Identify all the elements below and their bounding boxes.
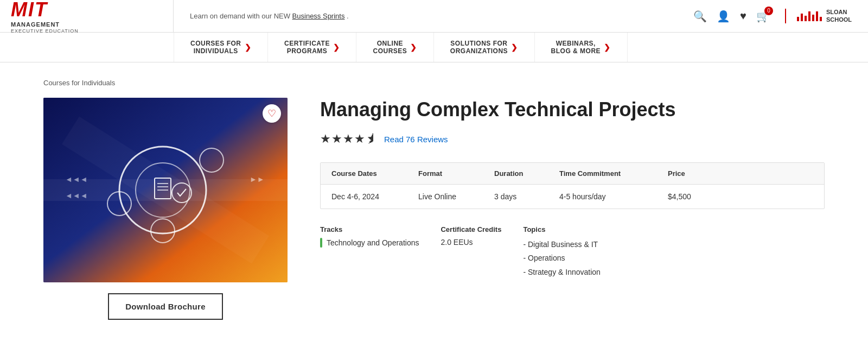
mit-logo: M I T MANAGEMENT EXECUTIVE EDUCATION (11, 0, 79, 34)
nav-item-webinars[interactable]: WEBINARS, BLOG & MORE ❯ (535, 33, 628, 62)
td-dates: Dec 4-6, 2024 (331, 192, 418, 201)
download-brochure-button[interactable]: Download Brochure (108, 293, 223, 320)
user-icon[interactable]: 👤 (717, 10, 730, 23)
table-header: Course Dates Format Duration Time Commit… (321, 163, 824, 185)
topics-section: Topics - Digital Business & IT - Operati… (523, 225, 600, 279)
breadcrumb: Courses for Individuals (43, 79, 825, 87)
promo-link[interactable]: Business Sprints (292, 12, 345, 20)
topic-1: - Digital Business & IT (523, 238, 600, 251)
search-icon[interactable]: 🔍 (693, 10, 707, 23)
svg-text:◄◄◄: ◄◄◄ (65, 191, 88, 200)
track-item: Technology and Operations (320, 238, 419, 248)
tracks-label: Tracks (320, 225, 419, 233)
logo-area: M I T MANAGEMENT EXECUTIVE EDUCATION (0, 0, 174, 32)
star-half: ⯨ (366, 132, 378, 146)
reviews-link[interactable]: Read 76 Reviews (384, 135, 448, 144)
course-layout: ◄◄◄ ◄◄◄ ►► ♡ Download Brochure Managing … (43, 98, 825, 320)
nav-label-webinars: WEBINARS, BLOG & MORE (551, 40, 601, 55)
svg-text:◄◄◄: ◄◄◄ (65, 175, 88, 184)
favorites-icon[interactable]: ♥ (740, 10, 746, 22)
credits-label: Certificate Credits (441, 225, 501, 233)
th-duration: Duration (494, 169, 559, 178)
track-value: Technology and Operations (327, 238, 419, 247)
td-time: 4-5 hours/day (559, 192, 668, 201)
promo-suffix: . (347, 12, 349, 20)
course-image-svg: ◄◄◄ ◄◄◄ ►► (43, 98, 288, 282)
course-title: Managing Complex Technical Projects (320, 98, 825, 121)
sloan-text: SLOAN SCHOOL (826, 9, 852, 23)
td-duration: 3 days (494, 192, 559, 201)
track-indicator (320, 238, 322, 248)
sloan-bars-icon (797, 11, 822, 21)
nav-bar: COURSES FOR INDIVIDUALS ❯ CERTIFICATE PR… (0, 33, 868, 62)
nav-item-certificate[interactable]: CERTIFICATE PROGRAMS ❯ (268, 33, 356, 62)
star-3: ★ (343, 132, 354, 146)
exec-ed-label: EXECUTIVE EDUCATION (11, 28, 79, 34)
nav-label-solutions: SOLUTIONS FOR ORGANIZATIONS (450, 40, 508, 55)
tracks-section: Tracks Technology and Operations (320, 225, 419, 279)
extra-info: Tracks Technology and Operations Certifi… (320, 225, 825, 279)
nav-chevron-solutions: ❯ (511, 43, 518, 52)
topic-3: - Strategy & Innovation (523, 266, 600, 279)
nav-item-solutions[interactable]: SOLUTIONS FOR ORGANIZATIONS ❯ (434, 33, 535, 62)
credits-section: Certificate Credits 2.0 EEUs (441, 225, 501, 279)
nav-item-courses-individuals[interactable]: COURSES FOR INDIVIDUALS ❯ (174, 33, 268, 62)
svg-text:►►: ►► (250, 175, 265, 184)
star-4: ★ (354, 132, 365, 146)
topics-label: Topics (523, 225, 600, 233)
cart-icon[interactable]: 🛒 0 (756, 10, 770, 23)
course-details: Managing Complex Technical Projects ★ ★ … (320, 98, 825, 320)
course-image: ◄◄◄ ◄◄◄ ►► ♡ (43, 98, 288, 282)
promo-banner: Learn on demand with our NEW Business Sp… (174, 12, 677, 20)
mit-letter-m: M (11, 0, 27, 21)
rating-area: ★ ★ ★ ★ ⯨ Read 76 Reviews (320, 132, 825, 146)
mit-letter-t: T (35, 0, 47, 21)
promo-text: Learn on demand with our NEW (190, 12, 292, 20)
course-image-area: ◄◄◄ ◄◄◄ ►► ♡ Download Brochure (43, 98, 288, 320)
star-1: ★ (320, 132, 331, 146)
topics-list: - Digital Business & IT - Operations - S… (523, 238, 600, 279)
th-dates: Course Dates (331, 169, 418, 178)
td-format: Live Online (418, 192, 494, 201)
nav-label-certificate: CERTIFICATE PROGRAMS (284, 40, 330, 55)
nav-item-online[interactable]: ONLINE COURSES ❯ (356, 33, 433, 62)
star-rating: ★ ★ ★ ★ ⯨ (320, 132, 378, 146)
nav-label-courses: COURSES FOR INDIVIDUALS (190, 40, 241, 55)
th-price: Price (668, 169, 813, 178)
nav-chevron-certificate: ❯ (333, 43, 340, 52)
nav-chevron-courses: ❯ (245, 43, 252, 52)
management-label: MANAGEMENT (11, 21, 79, 28)
nav-chevron-webinars: ❯ (604, 43, 611, 52)
star-2: ★ (331, 132, 342, 146)
th-format: Format (418, 169, 494, 178)
th-time-commitment: Time Commitment (559, 169, 668, 178)
credits-value: 2.0 EEUs (441, 238, 501, 247)
header-icons: 🔍 👤 ♥ 🛒 0 SLOAN SCHOOL (677, 9, 868, 23)
nav-chevron-online: ❯ (410, 43, 417, 52)
sloan-logo: SLOAN SCHOOL (785, 9, 852, 23)
mit-letter-i: I (28, 0, 34, 21)
top-bar: M I T MANAGEMENT EXECUTIVE EDUCATION Lea… (0, 0, 868, 33)
cart-badge: 0 (764, 7, 773, 15)
table-row: Dec 4-6, 2024 Live Online 3 days 4-5 hou… (321, 185, 824, 209)
td-price: $4,500 (668, 192, 813, 201)
nav-label-online: ONLINE COURSES (373, 40, 407, 55)
course-table: Course Dates Format Duration Time Commit… (320, 162, 825, 209)
topic-2: - Operations (523, 251, 600, 265)
favorite-button[interactable]: ♡ (263, 104, 281, 123)
main-content: Courses for Individuals (0, 62, 868, 336)
